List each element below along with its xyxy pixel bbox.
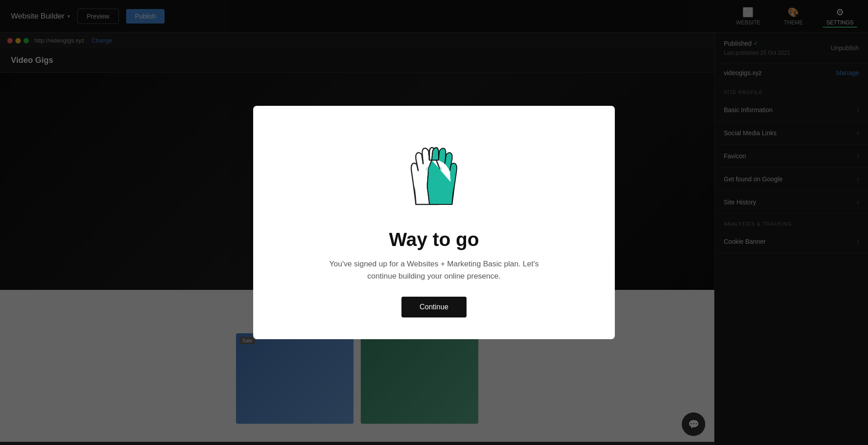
modal-title: Way to go xyxy=(280,229,588,251)
success-modal: Way to go You've signed up for a Website… xyxy=(253,106,615,339)
modal-description: You've signed up for a Websites + Market… xyxy=(321,258,547,282)
continue-button[interactable]: Continue xyxy=(401,297,467,317)
svg-point-0 xyxy=(426,166,442,173)
modal-overlay: Way to go You've signed up for a Website… xyxy=(0,0,868,445)
high-five-illustration xyxy=(389,128,479,218)
